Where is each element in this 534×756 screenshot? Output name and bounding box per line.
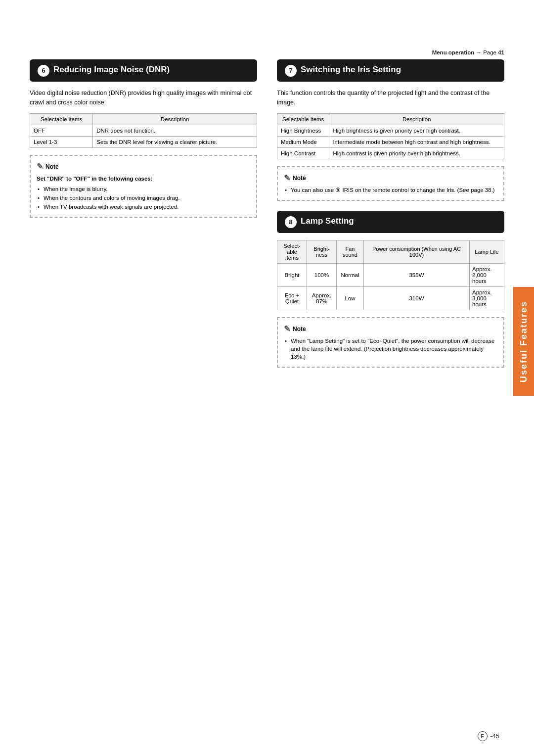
table-row: Medium Mode Intermediate mode between hi… bbox=[277, 136, 504, 147]
table-row: High Contrast High contrast is given pri… bbox=[277, 147, 504, 159]
s7-row2-col1: High contrast is given priority over hig… bbox=[329, 147, 504, 159]
section8-title: Lamp Setting bbox=[301, 216, 354, 227]
lamp-r1-c0: Eco + Quiet bbox=[277, 286, 307, 310]
left-column: 6 Reducing Image Noise (DNR) Video digit… bbox=[30, 59, 257, 376]
section7-table: Selectable items Description High Bright… bbox=[277, 113, 504, 159]
content-area: Menu operation → Page 41 6 Reducing Imag… bbox=[30, 49, 504, 716]
menu-op-page: 41 bbox=[498, 49, 504, 55]
section6-header: 6 Reducing Image Noise (DNR) bbox=[30, 59, 257, 82]
section6-note-bold: Set "DNR" to "OFF" in the following case… bbox=[37, 175, 250, 183]
s6-row1-col0: Level 1-3 bbox=[30, 136, 93, 147]
section7-note-title: ✎ Note bbox=[284, 172, 497, 184]
note-icon: ✎ bbox=[37, 161, 43, 173]
list-item: When the contours and colors of moving i… bbox=[37, 194, 250, 202]
section6-table-header-1: Description bbox=[93, 113, 257, 125]
s7-row0-col0: High Brightness bbox=[277, 125, 329, 136]
s7-row2-col0: High Contrast bbox=[277, 147, 329, 159]
lamp-r0-c1: 100% bbox=[307, 263, 337, 286]
lamp-r1-c3: 310W bbox=[364, 286, 470, 310]
lamp-r1-c1: Approx. 87% bbox=[307, 286, 337, 310]
table-row: High Brightness High brightness is given… bbox=[277, 125, 504, 136]
s6-row0-col0: OFF bbox=[30, 125, 93, 136]
right-column: 7 Switching the Iris Setting This functi… bbox=[277, 59, 504, 376]
section7-title: Switching the Iris Setting bbox=[301, 64, 401, 75]
table-row: OFF DNR does not function. bbox=[30, 125, 257, 136]
section6-num: 6 bbox=[38, 65, 49, 77]
lamp-header-4: Lamp Life bbox=[470, 240, 504, 263]
section7-table-header-1: Description bbox=[329, 113, 504, 125]
menu-op-line: Menu operation → Page 41 bbox=[277, 49, 504, 55]
lamp-header-3: Power consumption (When using AC 100V) bbox=[364, 240, 470, 263]
s6-row1-col1: Sets the DNR level for viewing a clearer… bbox=[93, 136, 257, 147]
section6-note: ✎ Note Set "DNR" to "OFF" in the followi… bbox=[30, 155, 257, 218]
lamp-r1-c2: Low bbox=[337, 286, 364, 310]
table-row: Level 1-3 Sets the DNR level for viewing… bbox=[30, 136, 257, 147]
page-container: Useful Features Menu operation → Page 41… bbox=[0, 0, 534, 756]
section7-num: 7 bbox=[285, 65, 297, 77]
section8-header: 8 Lamp Setting bbox=[277, 211, 504, 233]
s7-row0-col1: High brightness is given priority over h… bbox=[329, 125, 504, 136]
section6-title: Reducing Image Noise (DNR) bbox=[53, 64, 170, 75]
menu-op-text: Menu operation bbox=[432, 49, 475, 55]
table-row: Bright 100% Normal 355W Approx. 2,000 ho… bbox=[277, 263, 504, 286]
section8-note: ✎ Note When "Lamp Setting" is set to "Ec… bbox=[277, 317, 504, 368]
note-icon: ✎ bbox=[284, 172, 290, 184]
lamp-r1-c4: Approx. 3,000 hours bbox=[470, 286, 504, 310]
note-icon: ✎ bbox=[284, 323, 290, 335]
section7-note-list: You can also use ⑨ IRIS on the remote co… bbox=[284, 186, 497, 194]
section6-note-title: ✎ Note bbox=[37, 161, 250, 173]
sidebar-tab: Useful Features bbox=[513, 287, 534, 396]
list-item: When "Lamp Setting" is set to "Eco+Quiet… bbox=[284, 337, 497, 361]
section6-note-list: When the image is blurry. When the conto… bbox=[37, 185, 250, 211]
section7-table-header-0: Selectable items bbox=[277, 113, 329, 125]
lamp-r0-c4: Approx. 2,000 hours bbox=[470, 263, 504, 286]
section8-note-title: ✎ Note bbox=[284, 323, 497, 335]
s7-row1-col1: Intermediate mode between high contrast … bbox=[329, 136, 504, 147]
section8: 8 Lamp Setting Select-able items Bright-… bbox=[277, 211, 504, 368]
section6-intro: Video digital noise reduction (DNR) prov… bbox=[30, 89, 257, 107]
lamp-header-2: Fan sound bbox=[337, 240, 364, 263]
lamp-r0-c0: Bright bbox=[277, 263, 307, 286]
e-label: E bbox=[478, 731, 488, 741]
list-item: When the image is blurry. bbox=[37, 185, 250, 193]
s7-row1-col0: Medium Mode bbox=[277, 136, 329, 147]
list-item: When TV broadcasts with weak signals are… bbox=[37, 203, 250, 211]
main-two-col: 6 Reducing Image Noise (DNR) Video digit… bbox=[30, 59, 504, 376]
section6-table-header-0: Selectable items bbox=[30, 113, 93, 125]
section6-table: Selectable items Description OFF DNR doe… bbox=[30, 113, 257, 148]
section7-note: ✎ Note You can also use ⑨ IRIS on the re… bbox=[277, 166, 504, 201]
section8-note-list: When "Lamp Setting" is set to "Eco+Quiet… bbox=[284, 337, 497, 361]
s6-row0-col1: DNR does not function. bbox=[93, 125, 257, 136]
lamp-r0-c3: 355W bbox=[364, 263, 470, 286]
page-number: E -45 bbox=[478, 731, 499, 741]
lamp-header-0: Select-able items bbox=[277, 240, 307, 263]
lamp-header-1: Bright-ness bbox=[307, 240, 337, 263]
list-item: You can also use ⑨ IRIS on the remote co… bbox=[284, 186, 497, 194]
sidebar-label: Useful Features bbox=[519, 300, 529, 382]
page-num-text: -45 bbox=[490, 732, 499, 740]
lamp-r0-c2: Normal bbox=[337, 263, 364, 286]
section8-num: 8 bbox=[285, 216, 297, 228]
section7-intro: This function controls the quantity of t… bbox=[277, 89, 504, 107]
section7-header: 7 Switching the Iris Setting bbox=[277, 59, 504, 82]
table-row: Eco + Quiet Approx. 87% Low 310W Approx.… bbox=[277, 286, 504, 310]
section8-table: Select-able items Bright-ness Fan sound … bbox=[277, 240, 504, 310]
